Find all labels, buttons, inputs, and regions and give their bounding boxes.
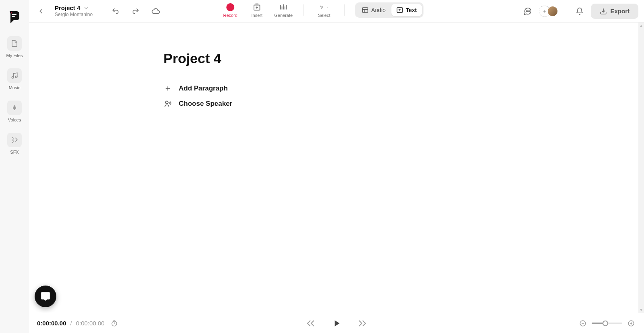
cloud-sync-button[interactable] — [148, 3, 164, 19]
comments-button[interactable] — [520, 3, 536, 19]
tool-label: Generate — [274, 13, 293, 18]
play-button[interactable] — [330, 317, 343, 330]
choose-speaker-button[interactable]: Choose Speaker — [163, 96, 510, 111]
chevron-left-icon — [37, 7, 45, 15]
user-avatar[interactable] — [547, 6, 558, 17]
time-separator: / — [70, 320, 72, 327]
zoom-slider-thumb[interactable] — [603, 321, 608, 326]
collaborators — [539, 6, 558, 17]
scrollbar[interactable]: ▲ ▼ — [638, 23, 644, 313]
zoom-out-button[interactable] — [578, 319, 588, 328]
zoom-in-button[interactable] — [626, 319, 636, 328]
notifications-button[interactable] — [572, 3, 588, 19]
time-current: 0:00:00.00 — [37, 320, 66, 327]
time-total: 0:00:00.00 — [76, 320, 105, 327]
sidebar-item-label: My Files — [6, 53, 23, 58]
forward-icon — [357, 319, 367, 328]
chevron-down-icon — [326, 5, 328, 10]
plus-icon — [542, 9, 547, 14]
zoom-slider[interactable] — [592, 323, 622, 324]
file-icon — [7, 36, 22, 51]
sidebar-item-sfx[interactable]: SFX — [7, 133, 22, 154]
zoom-controls — [578, 319, 636, 328]
mode-audio[interactable]: Audio — [357, 4, 390, 16]
svg-point-9 — [528, 10, 528, 11]
timer-button[interactable] — [109, 318, 120, 329]
plus-icon — [163, 84, 172, 93]
mode-toggle: Audio Text — [355, 2, 423, 18]
main-editor: Project 4 Add Paragraph Choose Speaker ▲… — [29, 23, 644, 313]
undo-button[interactable] — [107, 3, 124, 19]
sidebar-item-label: Voices — [8, 117, 21, 122]
divider — [344, 4, 345, 16]
record-button[interactable]: Record — [221, 3, 240, 18]
back-button[interactable] — [33, 3, 49, 19]
app-logo[interactable] — [7, 10, 22, 26]
record-icon — [226, 3, 234, 11]
generate-button[interactable]: Generate — [274, 3, 293, 18]
sidebar: My Files Music Voices SFX — [0, 0, 29, 333]
forward-button[interactable] — [355, 317, 369, 330]
export-label: Export — [610, 8, 630, 14]
sidebar-item-label: SFX — [10, 150, 19, 154]
topbar: Project 4 Sergio Montanino Record — [29, 0, 644, 23]
mode-text[interactable]: Text — [391, 4, 422, 16]
insert-button[interactable]: Insert — [247, 3, 266, 18]
logo-icon — [7, 10, 22, 26]
divider — [100, 6, 100, 17]
play-icon — [331, 318, 342, 329]
document: Project 4 Add Paragraph Choose Speaker — [155, 51, 518, 111]
tool-label: Select — [318, 13, 330, 18]
svg-point-11 — [165, 101, 168, 104]
tool-label: Insert — [251, 13, 262, 18]
topbar-right: Export — [520, 3, 638, 19]
transport-controls — [304, 317, 369, 330]
project-title[interactable]: Project 4 — [55, 5, 80, 12]
project-info: Project 4 Sergio Montanino — [55, 5, 93, 18]
undo-icon — [111, 7, 120, 15]
mode-label: Audio — [371, 7, 386, 13]
svg-rect-1 — [12, 16, 15, 17]
project-owner: Sergio Montanino — [55, 12, 93, 17]
divider — [303, 4, 304, 16]
svg-point-8 — [526, 10, 527, 11]
scroll-down-icon: ▼ — [639, 308, 643, 312]
tool-group: Record Insert Generate Select — [221, 2, 423, 18]
help-chat-button[interactable] — [35, 286, 56, 307]
music-icon — [7, 68, 22, 83]
select-button[interactable]: Select — [314, 3, 334, 18]
redo-button[interactable] — [128, 3, 144, 19]
menu-label: Add Paragraph — [179, 84, 228, 92]
rewind-icon — [306, 319, 316, 328]
sidebar-item-voices[interactable]: Voices — [7, 101, 22, 122]
rewind-button[interactable] — [304, 317, 318, 330]
chat-bubble-icon — [40, 291, 51, 302]
minus-circle-icon — [579, 320, 586, 327]
add-paragraph-button[interactable]: Add Paragraph — [163, 81, 510, 96]
time-display: 0:00:00.00 / 0:00:00.00 — [37, 318, 120, 329]
cloud-icon — [151, 7, 160, 16]
divider — [565, 6, 565, 17]
sidebar-item-music[interactable]: Music — [7, 68, 22, 90]
plus-circle-icon — [627, 320, 635, 327]
stopwatch-icon — [111, 320, 118, 327]
svg-point-10 — [529, 10, 530, 11]
export-button[interactable]: Export — [591, 4, 638, 19]
svg-rect-0 — [12, 14, 17, 15]
menu-label: Choose Speaker — [179, 100, 232, 108]
layout-icon — [361, 6, 369, 14]
playbar: 0:00:00.00 / 0:00:00.00 — [29, 313, 644, 333]
chevron-down-icon[interactable] — [83, 5, 89, 11]
scroll-up-icon: ▲ — [639, 23, 643, 28]
generate-icon — [279, 3, 288, 12]
svg-point-2 — [11, 12, 12, 14]
cursor-icon — [320, 3, 328, 12]
sidebar-item-label: Music — [9, 85, 21, 90]
mode-label: Text — [406, 7, 417, 13]
svg-point-4 — [15, 76, 17, 78]
waveform-icon — [7, 101, 22, 115]
sidebar-item-my-files[interactable]: My Files — [6, 36, 23, 58]
document-title[interactable]: Project 4 — [163, 51, 510, 66]
insert-icon — [252, 3, 261, 12]
bell-icon — [576, 7, 584, 15]
